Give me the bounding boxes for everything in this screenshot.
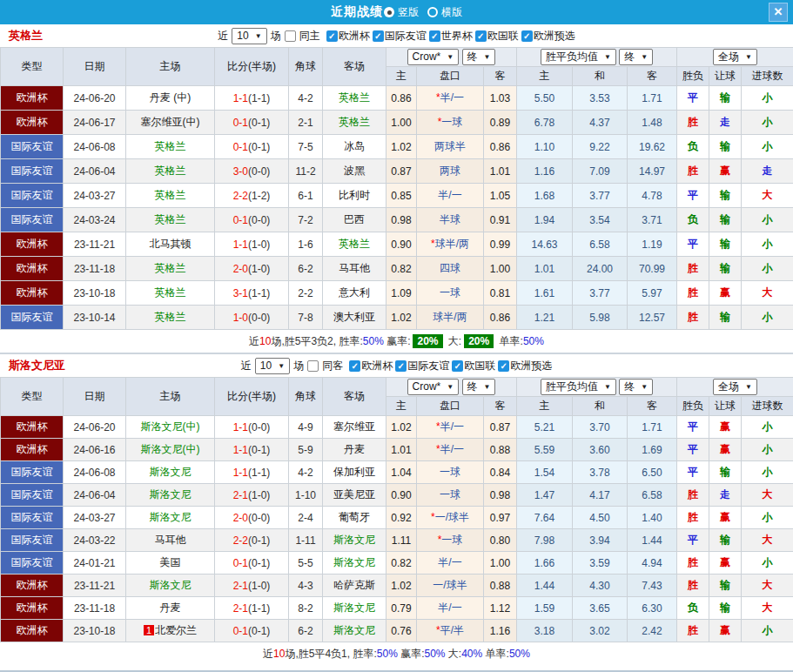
col-header-away: 客场 bbox=[323, 378, 386, 416]
away-team-cell: 英格兰 bbox=[323, 232, 386, 257]
avg-select[interactable]: 胜平负均值▼ bbox=[541, 379, 616, 395]
league-filter[interactable]: 欧国联 bbox=[475, 29, 519, 44]
away-team-cell: 塞尔维亚 bbox=[323, 416, 386, 439]
match-row: 国际友谊24-06-04英格兰3-0(0-0)11-2波黑0.87两球1.011… bbox=[1, 159, 793, 184]
col-header-score: 比分(半场) bbox=[215, 378, 289, 416]
checkbox-checked-icon[interactable] bbox=[349, 360, 360, 372]
final-select-value: 终 bbox=[467, 380, 478, 394]
goals-result-text: 大 bbox=[763, 286, 773, 299]
horizontal-layout-label[interactable]: 横版 bbox=[441, 5, 462, 20]
fulltime-score: 1-1 bbox=[233, 467, 248, 479]
recent-count-select[interactable]: 10▼ bbox=[255, 358, 290, 374]
close-button[interactable]: ✕ bbox=[769, 3, 788, 22]
scope-select[interactable]: 全场▼ bbox=[713, 49, 757, 65]
corner-cell: 7-5 bbox=[289, 135, 323, 159]
handicap-result-text: 输 bbox=[720, 140, 730, 152]
scope-select[interactable]: 全场▼ bbox=[713, 379, 757, 395]
team-name: 葡萄牙 bbox=[339, 511, 370, 523]
team-name: 英格兰 bbox=[339, 238, 370, 250]
league-filter[interactable]: 欧洲杯 bbox=[326, 29, 370, 44]
competition-cell: 欧洲杯 bbox=[1, 416, 64, 439]
handicap-name: 半球 bbox=[440, 213, 460, 225]
corner-cell: 5-5 bbox=[289, 552, 323, 575]
checkbox-checked-icon[interactable] bbox=[452, 360, 463, 372]
checkbox-checked-icon[interactable] bbox=[475, 30, 487, 42]
handicap-result-cell: 输 bbox=[709, 306, 742, 330]
goals-result-cell: 小 bbox=[742, 620, 793, 642]
handicap-away-odds-cell: 1.01 bbox=[484, 159, 517, 184]
handicap-home-odds-cell: 0.90 bbox=[386, 484, 417, 507]
same-venue-label[interactable]: 同客 bbox=[322, 359, 343, 373]
checkbox-checked-icon[interactable] bbox=[395, 360, 407, 372]
team-name: 丹麦 bbox=[160, 601, 181, 614]
final-select-1[interactable]: 终▼ bbox=[462, 379, 496, 395]
checkbox-checked-icon[interactable] bbox=[429, 30, 440, 42]
vertical-layout-label[interactable]: 竖版 bbox=[398, 5, 419, 20]
handicap-away-odds-cell: 1.03 bbox=[484, 86, 517, 111]
halftime-score: (0-0) bbox=[248, 421, 270, 433]
avg-select[interactable]: 胜平负均值▼ bbox=[541, 49, 616, 65]
odds-away-cell: 14.97 bbox=[628, 159, 677, 184]
horizontal-layout-radio[interactable] bbox=[427, 7, 438, 17]
corner-cell: 2-2 bbox=[289, 281, 323, 306]
score-cell: 3-1(1-1) bbox=[215, 281, 289, 306]
league-filter[interactable]: 欧洲预选 bbox=[521, 29, 575, 44]
final-select-1[interactable]: 终▼ bbox=[462, 49, 496, 65]
handicap-line-cell: *平/半 bbox=[417, 620, 484, 642]
handicap-result-text: 赢 bbox=[720, 165, 730, 177]
odds-home-cell: 14.63 bbox=[517, 232, 573, 257]
result-cell: 胜 bbox=[677, 159, 709, 184]
handicap-result-text: 赢 bbox=[720, 511, 730, 523]
league-filter[interactable]: 欧洲预选 bbox=[498, 359, 552, 373]
final-select-2[interactable]: 终▼ bbox=[619, 379, 653, 395]
odds-away-cell: 7.43 bbox=[628, 575, 677, 597]
same-venue-label[interactable]: 同主 bbox=[299, 29, 320, 44]
league-filter[interactable]: 世界杯 bbox=[429, 29, 473, 44]
team-name: 塞尔维亚 bbox=[333, 420, 375, 433]
result-cell: 胜 bbox=[677, 620, 709, 642]
away-team-cell: 保加利亚 bbox=[323, 461, 386, 484]
date-cell: 24-06-20 bbox=[64, 416, 126, 439]
final-select-value: 终 bbox=[467, 50, 478, 64]
league-filter[interactable]: 国际友谊 bbox=[395, 359, 449, 373]
league-filter[interactable]: 欧洲杯 bbox=[349, 359, 393, 373]
checkbox-checked-icon[interactable] bbox=[326, 30, 338, 42]
handicap-result-cell: 赢 bbox=[709, 159, 742, 184]
handicap-result-cell: 赢 bbox=[709, 620, 742, 642]
league-filter[interactable]: 欧国联 bbox=[452, 359, 495, 373]
corner-cell: 7-8 bbox=[289, 306, 323, 330]
result-cell: 负 bbox=[677, 208, 709, 232]
checkbox-checked-icon[interactable] bbox=[521, 30, 533, 42]
handicap-home-odds-cell: 1.02 bbox=[386, 575, 417, 597]
handicap-name: 一球 bbox=[440, 466, 460, 478]
handicap-result-text: 输 bbox=[720, 91, 730, 104]
sub-header-odds-away: 客 bbox=[628, 67, 677, 86]
final-select-value: 终 bbox=[624, 380, 635, 394]
same-venue-checkbox[interactable] bbox=[307, 360, 319, 372]
team-name: 英格兰 bbox=[339, 116, 370, 128]
score-cell: 1-1(0-1) bbox=[215, 439, 289, 461]
home-team-cell: 斯洛文尼 bbox=[126, 575, 215, 597]
team-name: 英格兰 bbox=[155, 262, 186, 274]
league-filter[interactable]: 国际友谊 bbox=[373, 29, 427, 44]
odds-home-cell: 3.18 bbox=[517, 620, 573, 642]
vertical-layout-radio[interactable] bbox=[384, 7, 394, 17]
fulltime-score: 0-1 bbox=[233, 141, 248, 153]
team-name: 英格兰 bbox=[155, 165, 186, 177]
checkbox-checked-icon[interactable] bbox=[498, 360, 509, 372]
result-cell: 胜 bbox=[677, 507, 709, 529]
corner-cell: 1-10 bbox=[289, 484, 323, 507]
handicap-name: 一球 bbox=[441, 534, 462, 546]
handicap-name: 一/球半 bbox=[435, 511, 469, 523]
company-select[interactable]: Crow*▼ bbox=[407, 49, 460, 65]
corner-cell: 4-2 bbox=[289, 86, 323, 111]
checkbox-checked-icon[interactable] bbox=[373, 30, 384, 42]
same-venue-checkbox[interactable] bbox=[285, 30, 296, 42]
company-select[interactable]: Crow*▼ bbox=[407, 379, 460, 395]
goals-result-cell: 小 bbox=[742, 135, 793, 159]
final-select-2[interactable]: 终▼ bbox=[619, 49, 653, 65]
halftime-score: (1-1) bbox=[248, 287, 270, 299]
recent-count-select[interactable]: 10▼ bbox=[232, 28, 266, 44]
fulltime-score: 1-1 bbox=[233, 444, 248, 456]
result-cell: 胜 bbox=[677, 257, 709, 281]
